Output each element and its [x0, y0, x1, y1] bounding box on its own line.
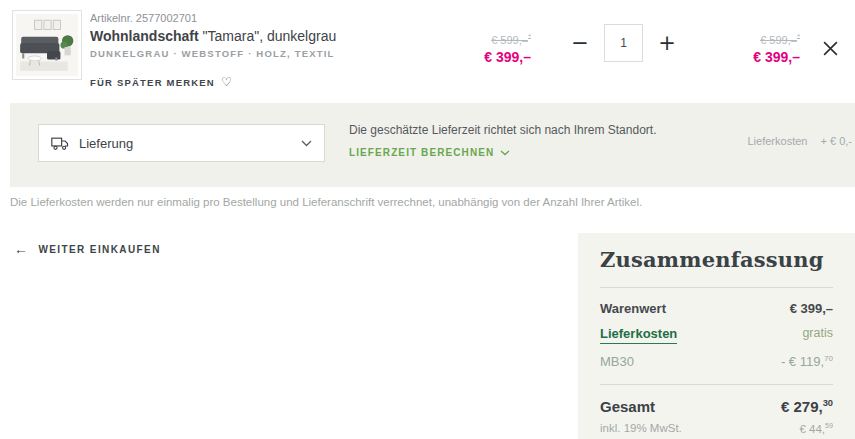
- delivery-note: Die Lieferkosten werden nur einmalig pro…: [10, 196, 642, 208]
- lieferkosten-value: gratis: [802, 326, 833, 340]
- delivery-dropdown-label: Lieferung: [79, 136, 291, 151]
- line-old-price: € 599,–*: [724, 32, 800, 46]
- continue-shopping-link[interactable]: ← WEITER EINKAUFEN: [14, 241, 161, 257]
- product-attributes: DUNKELGRAU · WEBSTOFF · HOLZ, TEXTIL: [90, 48, 336, 59]
- calculate-delivery-time-label: LIEFERZEIT BERECHNEN: [349, 147, 494, 158]
- delivery-info: Die geschätzte Lieferzeit richtet sich n…: [349, 123, 656, 158]
- summary-title: Zusammenfassung: [600, 247, 833, 272]
- arrow-left-icon: ←: [14, 241, 29, 257]
- product-name-variant: "Tamara", dunkelgrau: [203, 28, 337, 44]
- chevron-down-icon: [500, 150, 510, 156]
- truck-icon: [51, 136, 69, 151]
- close-icon: [822, 40, 839, 57]
- product-name-bold: Wohnlandschaft: [90, 28, 199, 44]
- lieferkosten-label[interactable]: Lieferkosten: [600, 326, 677, 344]
- price-footnote: *: [528, 32, 531, 41]
- remove-item-button[interactable]: [818, 38, 842, 62]
- quantity-input[interactable]: 1: [604, 24, 643, 62]
- unit-current-price: € 399,–: [455, 49, 531, 65]
- discount-value: - € 119,70: [781, 354, 833, 369]
- article-number: Artikelnr. 2577002701: [90, 12, 336, 24]
- vat-value: € 44,59: [799, 422, 833, 435]
- summary-panel: Zusammenfassung Warenwert € 399,– Liefer…: [578, 233, 855, 439]
- delivery-cost-label: Lieferkosten: [748, 135, 808, 147]
- line-total-price-block: € 599,–* € 399,–: [724, 32, 800, 65]
- product-image[interactable]: [12, 10, 82, 80]
- sofa-scene-illustration: [16, 14, 78, 76]
- chevron-down-icon: [301, 140, 312, 147]
- summary-row-discount: MB30 - € 119,70: [600, 354, 833, 369]
- vat-label: inkl. 19% MwSt.: [600, 422, 682, 435]
- quantity-stepper: − 1 +: [567, 24, 680, 62]
- summary-vat-row: inkl. 19% MwSt. € 44,59: [600, 422, 833, 435]
- increase-quantity-button[interactable]: +: [654, 30, 680, 56]
- unit-price-block: € 599,–* € 399,–: [455, 32, 531, 65]
- heart-icon: ♡: [221, 75, 233, 89]
- save-for-later-label: FÜR SPÄTER MERKEN: [90, 77, 215, 88]
- divider: [600, 384, 833, 385]
- discount-code-label: MB30: [600, 354, 634, 369]
- calculate-delivery-time-link[interactable]: LIEFERZEIT BERECHNEN: [349, 147, 656, 158]
- product-info: Artikelnr. 2577002701 Wohnlandschaft "Ta…: [90, 12, 336, 89]
- summary-row-warenwert: Warenwert € 399,–: [600, 301, 833, 316]
- product-name[interactable]: Wohnlandschaft "Tamara", dunkelgrau: [90, 28, 336, 44]
- delivery-info-text: Die geschätzte Lieferzeit richtet sich n…: [349, 123, 656, 137]
- divider: [600, 287, 833, 288]
- continue-shopping-label: WEITER EINKAUFEN: [38, 244, 160, 255]
- decrease-quantity-button[interactable]: −: [567, 30, 593, 56]
- delivery-cost: Lieferkosten + € 0,-: [748, 135, 853, 147]
- summary-total-row: Gesamt € 279,30: [600, 398, 833, 415]
- warenwert-label: Warenwert: [600, 301, 666, 316]
- price-footnote: *: [797, 32, 800, 41]
- total-label: Gesamt: [600, 398, 655, 415]
- cart-item-row: Artikelnr. 2577002701 Wohnlandschaft "Ta…: [12, 8, 855, 98]
- warenwert-value: € 399,–: [790, 301, 833, 316]
- delivery-method-dropdown[interactable]: Lieferung: [38, 124, 325, 162]
- unit-old-price: € 599,–*: [455, 32, 531, 46]
- save-for-later-button[interactable]: FÜR SPÄTER MERKEN ♡: [90, 75, 336, 89]
- summary-row-lieferkosten: Lieferkosten gratis: [600, 326, 833, 344]
- delivery-section: Lieferung Die geschätzte Lieferzeit rich…: [10, 103, 855, 187]
- delivery-cost-value: + € 0,-: [821, 135, 853, 147]
- line-current-price: € 399,–: [724, 49, 800, 65]
- total-value: € 279,30: [781, 398, 833, 415]
